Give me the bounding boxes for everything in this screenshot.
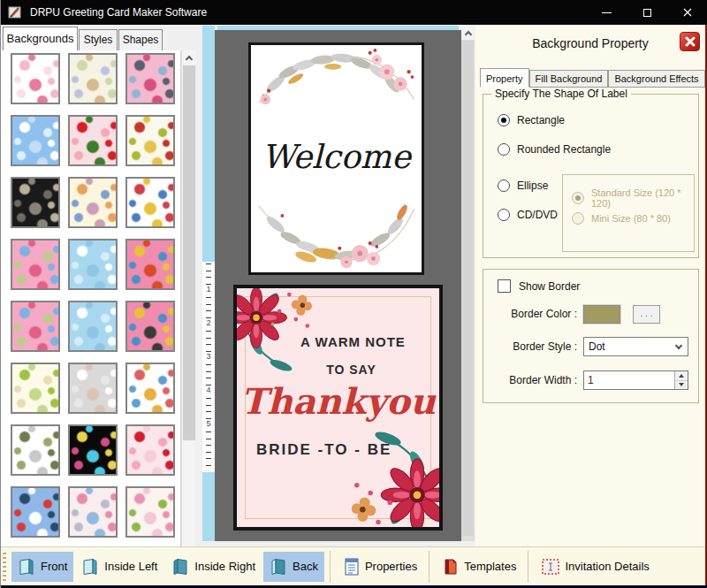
radio-ellipse[interactable]: Ellipse bbox=[498, 179, 548, 192]
background-thumbnail-strawberry-leaves-green[interactable] bbox=[125, 115, 175, 166]
radio-button-icon[interactable] bbox=[498, 209, 510, 221]
scroll-up-icon[interactable] bbox=[182, 50, 196, 65]
toolbar-button-front[interactable]: Front bbox=[11, 552, 73, 582]
flower-cluster-graphic bbox=[330, 419, 443, 531]
left-scrollbar-thumb[interactable] bbox=[183, 65, 195, 440]
left-panel-scrollbar[interactable] bbox=[181, 50, 195, 546]
toolbar-button-templates[interactable]: Templates bbox=[437, 552, 522, 582]
background-thumbnail-snowflakes-blue-2[interactable] bbox=[68, 301, 118, 352]
design-canvas: Welcome bbox=[215, 30, 461, 541]
wreath-bottom-graphic bbox=[252, 190, 421, 271]
background-thumbnail-santa-pattern-blue[interactable] bbox=[11, 486, 60, 538]
background-thumbnail-christmas-trees-green[interactable] bbox=[11, 363, 60, 414]
border-color-browse-button[interactable]: . . . bbox=[633, 305, 660, 324]
card-inside-left-icon bbox=[81, 558, 99, 576]
background-thumbnail-sky-clouds[interactable] bbox=[11, 115, 60, 166]
toolbar-button-label: Inside Right bbox=[194, 560, 255, 573]
card-back-icon bbox=[270, 558, 287, 576]
radio-button-icon[interactable] bbox=[498, 179, 510, 192]
radio-label: Rectangle bbox=[517, 114, 565, 126]
toolbar-drag-handle[interactable] bbox=[3, 553, 6, 581]
background-thumbnail-floral-circles-pink-2[interactable] bbox=[11, 301, 60, 352]
card-inside-right-icon bbox=[171, 558, 189, 576]
close-button[interactable] bbox=[667, 0, 707, 25]
radio-label: Rounded Rectangle bbox=[517, 143, 611, 156]
radio-button-icon[interactable] bbox=[498, 143, 510, 156]
background-thumbnail-gift-boxes-white[interactable] bbox=[125, 177, 175, 228]
border-color-swatch[interactable] bbox=[583, 305, 620, 324]
tab-shapes[interactable]: Shapes bbox=[118, 29, 163, 50]
background-thumbnail-ornaments-pink-2[interactable] bbox=[125, 301, 175, 352]
maximize-button[interactable] bbox=[627, 0, 667, 25]
radio-rounded-rectangle[interactable]: Rounded Rectangle bbox=[498, 143, 611, 156]
radio-button-icon[interactable] bbox=[498, 114, 510, 126]
background-thumbnail-heart-balloons-gray[interactable] bbox=[68, 363, 118, 414]
border-style-value: Dot bbox=[584, 340, 676, 353]
background-thumbnail-floral-circles-pink[interactable] bbox=[11, 239, 60, 290]
card-back-preview[interactable]: A WARM NOTE TO SAY Thankyou BRIDE -TO - … bbox=[233, 285, 443, 531]
tab-property[interactable]: Property bbox=[480, 68, 529, 88]
card-front-icon bbox=[18, 558, 35, 576]
background-thumbnail-stones-dark[interactable] bbox=[11, 177, 60, 228]
background-thumbnail-kids-party-white[interactable] bbox=[125, 363, 175, 414]
card-front-preview[interactable]: Welcome bbox=[248, 42, 424, 275]
close-icon bbox=[685, 36, 696, 47]
toolbar-button-inside-left[interactable]: Inside Left bbox=[75, 552, 163, 582]
background-thumbnail-hearts-red-pink[interactable] bbox=[125, 424, 175, 476]
minimize-button[interactable] bbox=[586, 0, 627, 25]
size-options-box: Standard Size (120 * 120)Mini Size (80 *… bbox=[562, 174, 695, 252]
background-thumbnail-baby-shower-pink[interactable] bbox=[11, 53, 60, 104]
show-border-label: Show Border bbox=[519, 280, 580, 293]
app-window: DRPU Greeting Card Maker Software Backgr… bbox=[0, 0, 707, 588]
templates-icon bbox=[443, 558, 459, 576]
spinner-up-icon[interactable] bbox=[675, 371, 688, 381]
background-thumbnail-snowflakes-blue[interactable] bbox=[68, 239, 118, 290]
spinner-down-icon[interactable] bbox=[675, 381, 688, 390]
scroll-up-icon[interactable] bbox=[461, 26, 475, 40]
tab-backgrounds[interactable]: Backgrounds bbox=[3, 27, 78, 50]
toolbar-button-properties[interactable]: Properties bbox=[338, 552, 423, 582]
toolbar-button-label: Properties bbox=[365, 560, 417, 573]
app-logo-icon bbox=[8, 5, 22, 19]
radio-button-icon bbox=[572, 192, 584, 204]
radio-rectangle[interactable]: Rectangle bbox=[498, 114, 565, 126]
panel-close-button[interactable] bbox=[680, 32, 700, 51]
toolbar-button-label: Invitation Details bbox=[565, 560, 649, 573]
background-thumbnail-baby-icons-cream[interactable] bbox=[68, 53, 118, 104]
border-width-label: Border Width : bbox=[487, 374, 577, 386]
radio-label: Mini Size (80 * 80) bbox=[591, 213, 671, 224]
toolbar-button-label: Templates bbox=[464, 560, 516, 573]
chevron-down-icon bbox=[675, 341, 682, 348]
ruler-number: 5 bbox=[202, 419, 215, 428]
vertical-ruler: 12345 bbox=[202, 26, 215, 541]
toolbar-button-invitation-details[interactable]: Invitation Details bbox=[536, 552, 655, 582]
page-toolbar: FrontInside LeftInside RightBackProperti… bbox=[1, 546, 705, 585]
tab-fill-background[interactable]: Fill Background bbox=[529, 70, 609, 88]
toolbar-button-back[interactable]: Back bbox=[263, 552, 324, 582]
tab-styles[interactable]: Styles bbox=[79, 29, 118, 50]
border-width-spinner[interactable]: 1 bbox=[583, 370, 688, 390]
title-bar: DRPU Greeting Card Maker Software bbox=[1, 0, 707, 25]
background-thumbnail-lilies-pink-green[interactable] bbox=[125, 486, 175, 538]
canvas-scrollbar[interactable] bbox=[461, 26, 475, 541]
background-thumbnail-strawberries-red[interactable] bbox=[68, 115, 118, 166]
background-thumbnail-floral-pink-navy[interactable] bbox=[125, 53, 175, 104]
border-group-box: Show Border Border Color : . . . Border … bbox=[483, 269, 699, 403]
properties-icon bbox=[344, 558, 360, 576]
shape-group-box: Specify The Shape Of Label RectangleRoun… bbox=[483, 94, 699, 258]
background-thumbnail-mistletoe-pendant-white[interactable] bbox=[11, 424, 60, 476]
canvas-scrollbar-thumb[interactable] bbox=[462, 41, 474, 536]
panel-title: Background Property bbox=[475, 36, 705, 50]
radio-cd-dvd[interactable]: CD/DVD bbox=[498, 209, 558, 221]
ruler-number: 4 bbox=[202, 386, 215, 394]
toolbar-separator bbox=[330, 551, 331, 583]
background-thumbnail-hearts-confetti-cream[interactable] bbox=[68, 177, 118, 228]
border-style-dropdown[interactable]: Dot bbox=[583, 337, 688, 356]
tab-background-effects[interactable]: Background Effects bbox=[608, 70, 704, 88]
background-thumbnail-ornaments-pink[interactable] bbox=[125, 239, 175, 290]
background-thumbnail-blossom-dots-pink[interactable] bbox=[68, 486, 118, 538]
background-thumbnail-fireworks-night[interactable] bbox=[68, 424, 118, 476]
toolbar-button-inside-right[interactable]: Inside Right bbox=[165, 552, 262, 582]
show-border-checkbox[interactable] bbox=[498, 279, 511, 293]
border-color-label: Border Color : bbox=[487, 308, 577, 320]
